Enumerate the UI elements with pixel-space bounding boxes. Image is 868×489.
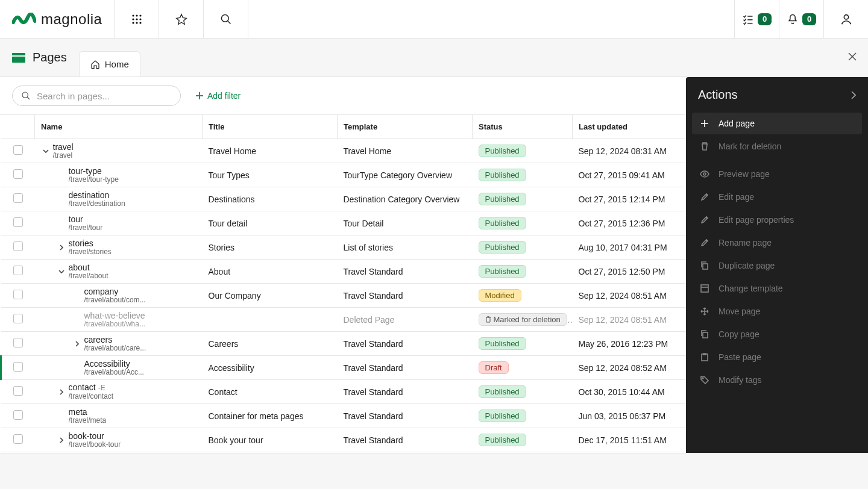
page-name: company xyxy=(84,287,146,296)
action-label: Edit page xyxy=(719,192,754,202)
action-label: Duplicate page xyxy=(719,261,775,270)
row-checkbox[interactable] xyxy=(13,434,23,444)
app-launcher-button[interactable] xyxy=(115,0,159,38)
expand-toggle[interactable] xyxy=(57,437,66,444)
find-button[interactable] xyxy=(204,0,248,38)
page-updated: May 26, 2016 12:23 PM xyxy=(573,332,693,356)
page-name: stories xyxy=(69,238,112,248)
row-checkbox[interactable] xyxy=(13,386,23,396)
copy-icon xyxy=(699,261,710,270)
add-filter-button[interactable]: Add filter xyxy=(195,91,241,101)
action-label: Change template xyxy=(719,284,783,293)
page-path: /travel/destination xyxy=(69,200,125,208)
page-template: Destination Category Overview xyxy=(338,187,473,211)
row-checkbox[interactable] xyxy=(13,410,23,420)
pencil-icon xyxy=(699,216,710,224)
page-name: tour xyxy=(69,214,103,224)
page-path: /travel/contact xyxy=(69,393,114,401)
notifications-button[interactable]: 0 xyxy=(779,0,823,38)
pencil-icon xyxy=(699,238,710,247)
actions-header[interactable]: Actions xyxy=(686,77,868,110)
page-path: /travel/about/com... xyxy=(84,296,146,305)
row-checkbox[interactable] xyxy=(13,362,23,372)
status-badge: Draft xyxy=(479,361,509,374)
col-title[interactable]: Title xyxy=(203,115,338,139)
page-path: /travel/about/care... xyxy=(84,344,146,353)
col-name[interactable]: Name xyxy=(35,115,203,139)
svg-point-0 xyxy=(132,14,134,16)
page-name: book-tour xyxy=(69,431,121,441)
tasks-button[interactable]: 0 xyxy=(734,0,779,38)
expand-toggle[interactable] xyxy=(57,388,66,396)
row-checkbox[interactable] xyxy=(13,217,23,227)
action-edit-page: Edit page xyxy=(692,186,862,208)
status-badge: Published xyxy=(479,169,526,181)
close-app-button[interactable] xyxy=(848,52,857,61)
page-name: contact-E xyxy=(69,382,114,393)
col-updated[interactable]: Last updated xyxy=(573,115,693,139)
home-icon xyxy=(90,60,100,69)
action-label: Move page xyxy=(719,307,760,316)
expand-toggle[interactable] xyxy=(72,340,82,347)
col-template[interactable]: Template xyxy=(338,115,473,139)
action-label: Copy page xyxy=(719,329,760,339)
magnolia-wave-icon xyxy=(12,13,36,26)
page-title: Careers xyxy=(203,332,338,356)
page-updated: Dec 17, 2015 11:51 AM xyxy=(573,428,693,452)
expand-toggle[interactable] xyxy=(41,148,51,155)
row-checkbox[interactable] xyxy=(13,193,23,203)
action-add-page[interactable]: Add page xyxy=(692,113,862,134)
brand-logo[interactable]: magnolia xyxy=(0,0,115,38)
action-label: Modify tags xyxy=(719,375,762,385)
profile-button[interactable] xyxy=(823,0,868,38)
page-title: Contact xyxy=(203,380,338,404)
page-path: /travel/book-tour xyxy=(69,441,121,449)
action-label: Edit page properties xyxy=(719,215,794,225)
app-title-text: Pages xyxy=(33,51,67,64)
svg-point-9 xyxy=(221,14,228,22)
search-input[interactable] xyxy=(37,91,172,101)
topbar: magnolia 0 xyxy=(0,0,868,39)
expand-toggle[interactable] xyxy=(57,244,66,251)
page-template: Travel Standard xyxy=(338,428,473,452)
row-checkbox[interactable] xyxy=(13,314,23,323)
page-path: /travel/meta xyxy=(69,417,107,425)
favorites-button[interactable] xyxy=(159,0,204,38)
page-template: Travel Standard xyxy=(338,260,473,284)
expand-toggle[interactable] xyxy=(57,268,66,275)
template-icon xyxy=(699,284,710,293)
page-name: travel xyxy=(53,142,74,152)
search-field[interactable] xyxy=(12,86,181,106)
svg-rect-27 xyxy=(701,285,708,292)
row-checkbox[interactable] xyxy=(13,266,23,275)
app-title: Pages xyxy=(12,51,67,64)
svg-line-10 xyxy=(227,20,230,23)
status-badge: Published xyxy=(479,265,526,278)
plus-icon xyxy=(699,119,710,128)
page-name: Accessibility xyxy=(84,359,144,369)
row-checkbox[interactable] xyxy=(13,169,23,179)
chevron-right-icon xyxy=(851,91,856,99)
tab-home[interactable]: Home xyxy=(79,51,140,76)
page-title xyxy=(203,308,338,332)
page-template: Travel Standard xyxy=(338,404,473,428)
eye-icon xyxy=(699,170,710,178)
row-checkbox[interactable] xyxy=(13,145,23,155)
page-name: careers xyxy=(84,335,146,344)
page-title: Stories xyxy=(203,235,338,260)
row-checkbox[interactable] xyxy=(13,338,23,347)
tasks-count: 0 xyxy=(758,13,772,25)
page-updated: Jun 03, 2015 06:37 PM xyxy=(573,404,693,428)
row-checkbox[interactable] xyxy=(13,241,23,251)
svg-rect-15 xyxy=(12,53,25,55)
page-updated: Oct 27, 2015 12:36 PM xyxy=(573,211,693,235)
status-badge: Published xyxy=(479,410,526,422)
svg-point-8 xyxy=(139,22,141,23)
col-status[interactable]: Status xyxy=(473,115,573,139)
inherit-icon: -E xyxy=(98,384,105,392)
page-template: Travel Standard xyxy=(338,332,473,356)
status-bar xyxy=(0,453,868,489)
row-checkbox[interactable] xyxy=(13,290,23,299)
page-template: List of stories xyxy=(338,235,473,260)
pencil-icon xyxy=(699,193,710,201)
